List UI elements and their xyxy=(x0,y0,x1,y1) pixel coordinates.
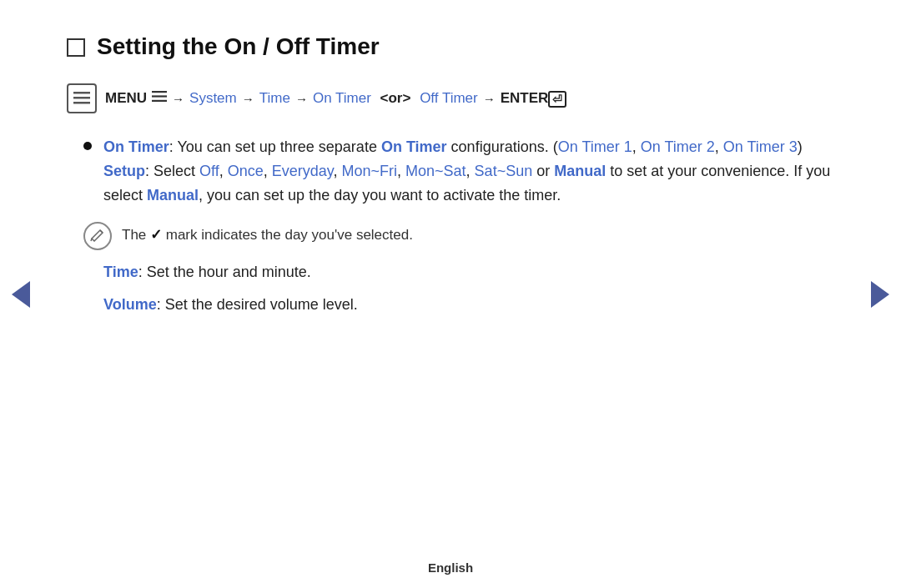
on-timer-2: On Timer 2 xyxy=(641,138,715,155)
menu-symbol xyxy=(152,90,167,107)
on-timer-label: On Timer xyxy=(103,138,169,155)
comma-2: , xyxy=(715,138,723,155)
comma-7: , xyxy=(466,163,475,179)
right-arrow-button[interactable] xyxy=(868,278,893,311)
comma-5: , xyxy=(334,163,342,179)
volume-sub-item: Volume: Set the desired volume level. xyxy=(103,293,834,317)
left-arrow-button[interactable] xyxy=(8,278,33,311)
menu-off-timer: Off Timer xyxy=(420,90,478,107)
svg-rect-4 xyxy=(152,95,167,97)
note-row: The ✓ mark indicates the day you've sele… xyxy=(83,220,834,250)
on-timer-1: On Timer 1 xyxy=(558,138,632,155)
menu-icon xyxy=(67,83,97,113)
everyday-option: Everyday xyxy=(272,163,334,179)
on-timer-desc1: : You can set up three separate xyxy=(169,138,381,155)
svg-rect-5 xyxy=(152,100,167,102)
sat-sun-option: Sat~Sun xyxy=(475,163,533,179)
svg-rect-3 xyxy=(152,91,167,93)
time-sub-item: Time: Set the hour and minute. xyxy=(103,260,834,284)
setup-desc3: , you can set up the day you want to act… xyxy=(199,187,561,204)
setup-label: Setup xyxy=(103,163,145,179)
manual-label: Manual xyxy=(554,163,606,179)
checkmark-symbol: ✓ xyxy=(150,227,162,243)
svg-rect-0 xyxy=(73,92,90,94)
off-option: Off xyxy=(199,163,219,179)
arrow-4: → xyxy=(483,92,496,106)
menu-time: Time xyxy=(259,90,290,107)
or-label: <or> xyxy=(376,90,415,107)
svg-rect-2 xyxy=(73,102,90,104)
arrow-3: → xyxy=(295,92,308,106)
setup-desc1: : Select xyxy=(145,163,199,179)
content-section: On Timer: You can set up three separate … xyxy=(83,135,834,317)
note-icon xyxy=(83,222,112,250)
svg-line-7 xyxy=(91,239,92,241)
svg-rect-1 xyxy=(73,97,90,99)
page-title-row: Setting the On / Off Timer xyxy=(67,33,834,60)
manual-label-2: Manual xyxy=(147,187,199,204)
svg-line-6 xyxy=(100,230,103,233)
volume-label: Volume xyxy=(103,296,157,313)
mon-sat-option: Mon~Sat xyxy=(405,163,466,179)
note-text: The ✓ mark indicates the day you've sele… xyxy=(122,220,413,246)
or-word: or xyxy=(532,163,554,179)
time-desc: : Set the hour and minute. xyxy=(138,264,311,280)
time-label: Time xyxy=(103,264,138,280)
comma-3: , xyxy=(219,163,228,179)
comma-4: , xyxy=(264,163,272,179)
note-text1: The xyxy=(122,227,150,243)
on-timer-desc2: configurations. ( xyxy=(447,138,558,155)
on-timer-3: On Timer 3 xyxy=(723,138,798,155)
mon-fri-option: Mon~Fri xyxy=(342,163,398,179)
footer: English xyxy=(0,560,901,575)
bullet-dot xyxy=(83,142,92,150)
volume-desc: : Set the desired volume level. xyxy=(157,296,358,313)
page-title: Setting the On / Off Timer xyxy=(97,33,380,60)
menu-on-timer: On Timer xyxy=(313,90,371,107)
menu-label: MENU xyxy=(105,90,147,107)
arrow-2: → xyxy=(242,92,254,106)
comma-1: , xyxy=(632,138,641,155)
enter-label: ENTER⏎ xyxy=(501,90,567,107)
on-timer-ref: On Timer xyxy=(381,138,447,155)
comma-6: , xyxy=(397,163,405,179)
menu-path-row: MENU → System → Time → On Timer <or> Off… xyxy=(67,83,834,113)
note-pencil-icon xyxy=(90,227,105,245)
menu-system: System xyxy=(189,90,237,107)
arrow-1: → xyxy=(172,92,184,106)
bullet-item-on-timer: On Timer: You can set up three separate … xyxy=(83,135,834,207)
on-timer-content: On Timer: You can set up three separate … xyxy=(103,135,834,207)
once-option: Once xyxy=(228,163,264,179)
page-container: Setting the On / Off Timer MENU → System… xyxy=(0,0,901,588)
footer-language: English xyxy=(428,560,473,575)
checkbox-icon xyxy=(67,38,85,57)
paren-close: ) xyxy=(798,138,803,155)
note-text2: mark indicates the day you've selected. xyxy=(162,227,413,243)
